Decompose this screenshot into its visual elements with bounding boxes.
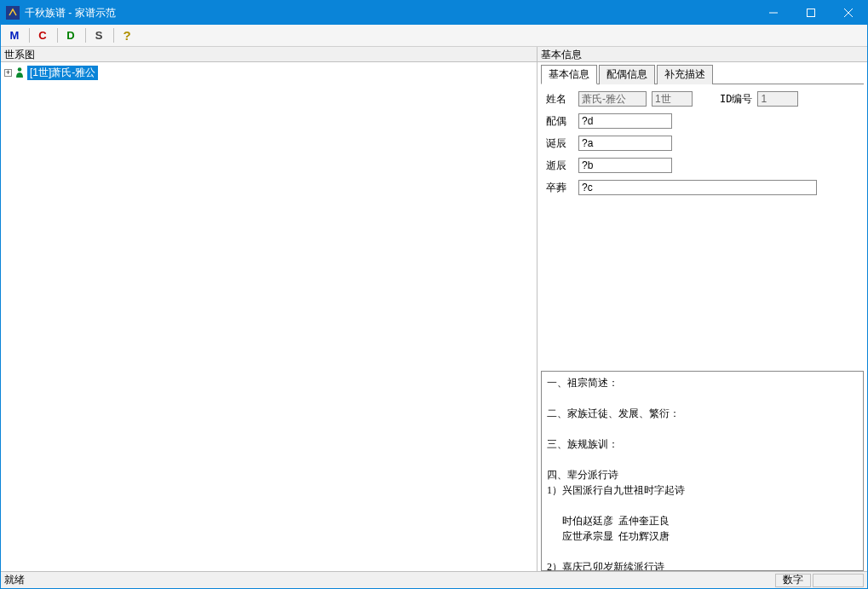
name-label: 姓名 [546, 92, 573, 107]
tab-spouse[interactable]: 配偶信息 [599, 65, 655, 84]
description-text[interactable] [541, 372, 864, 571]
toolbar: M C D S ? [1, 25, 867, 47]
id-field[interactable] [757, 91, 798, 107]
status-empty [813, 574, 864, 587]
toolbar-c-button[interactable]: C [32, 26, 53, 44]
birth-field[interactable] [578, 136, 672, 151]
row-birth: 诞辰 [546, 136, 859, 151]
main-area: 世系图 + [1世]萧氏-雅公 基本信息 基本信息 配偶信息 补充描述 [1, 47, 867, 571]
close-button[interactable] [830, 1, 867, 25]
death-label: 逝辰 [546, 159, 573, 173]
tabs: 基本信息 配偶信息 补充描述 [541, 64, 864, 84]
svg-rect-2 [808, 9, 815, 17]
minimize-button[interactable] [755, 1, 792, 25]
statusbar: 就绪 数字 [1, 571, 867, 588]
toolbar-sep [85, 28, 86, 43]
app-window: 千秋族谱 - 家谱示范 M C D S ? 世系图 [0, 0, 868, 589]
burial-field[interactable] [578, 180, 817, 195]
tab-extra[interactable]: 补充描述 [657, 65, 713, 84]
toolbar-sep [57, 28, 58, 43]
svg-point-5 [18, 67, 22, 72]
toolbar-help-button[interactable]: ? [117, 26, 137, 44]
person-icon [14, 66, 25, 78]
app-icon [6, 6, 20, 20]
row-spouse: 配偶 [546, 113, 859, 129]
tab-basic[interactable]: 基本信息 [541, 65, 597, 84]
spouse-label: 配偶 [546, 114, 573, 129]
right-panel: 基本信息 基本信息 配偶信息 补充描述 姓名 ID编号 [537, 47, 867, 571]
toolbar-sep [29, 28, 30, 43]
left-panel-title: 世系图 [1, 47, 537, 62]
window-title: 千秋族谱 - 家谱示范 [25, 6, 755, 20]
gen-field[interactable] [652, 91, 693, 107]
id-label: ID编号 [720, 92, 752, 107]
toolbar-sep [113, 28, 114, 43]
death-field[interactable] [578, 158, 672, 173]
row-burial: 卒葬 [546, 180, 859, 195]
tree-item-label: [1世]萧氏-雅公 [27, 66, 98, 80]
right-upper: 基本信息 基本信息 配偶信息 补充描述 姓名 ID编号 [537, 47, 867, 371]
right-panel-title: 基本信息 [537, 47, 867, 62]
burial-label: 卒葬 [546, 181, 573, 195]
birth-label: 诞辰 [546, 136, 573, 151]
name-field[interactable] [578, 91, 647, 107]
status-mode: 数字 [775, 574, 811, 587]
status-ready: 就绪 [4, 573, 25, 587]
toolbar-d-button[interactable]: D [60, 26, 81, 44]
description-panel [541, 371, 864, 571]
row-death: 逝辰 [546, 158, 859, 173]
toolbar-s-button[interactable]: S [89, 26, 109, 44]
spouse-field[interactable] [578, 113, 672, 129]
titlebar: 千秋族谱 - 家谱示范 [1, 1, 867, 25]
expand-icon[interactable]: + [4, 69, 12, 77]
form: 姓名 ID编号 配偶 诞辰 [537, 84, 867, 209]
tree-view[interactable]: + [1世]萧氏-雅公 [1, 62, 537, 571]
row-name: 姓名 ID编号 [546, 91, 859, 107]
left-panel: 世系图 + [1世]萧氏-雅公 [1, 47, 537, 571]
toolbar-m-button[interactable]: M [4, 26, 25, 44]
maximize-button[interactable] [792, 1, 830, 25]
tree-item[interactable]: + [1世]萧氏-雅公 [4, 66, 533, 79]
window-controls [755, 1, 867, 25]
